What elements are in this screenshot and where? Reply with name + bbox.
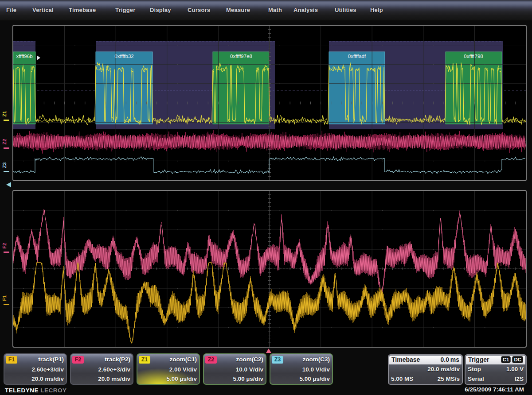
svg-text:0xffff97e8: 0xffff97e8 bbox=[230, 54, 252, 59]
svg-text:0xffff798: 0xffff798 bbox=[464, 54, 483, 59]
svg-text:0xffffb32: 0xffffb32 bbox=[114, 54, 134, 59]
svg-text:0xffffadf: 0xffffadf bbox=[348, 54, 366, 59]
svg-text:xffff96b: xffff96b bbox=[16, 54, 32, 59]
